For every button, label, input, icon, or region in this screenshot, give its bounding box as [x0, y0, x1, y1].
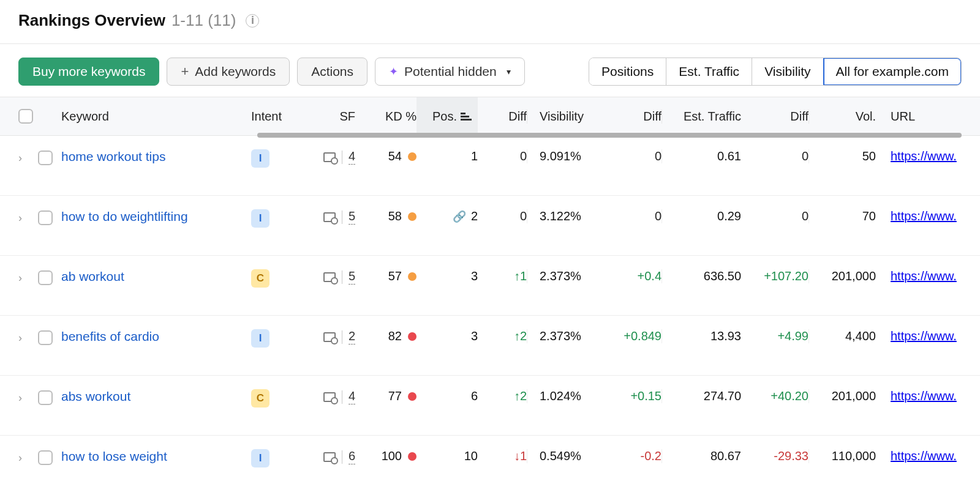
table-header: Keyword Intent SF KD % Pos. Diff Visibil…: [0, 97, 980, 136]
visibility-diff: +0.15: [612, 389, 662, 403]
expand-row-icon[interactable]: ›: [18, 329, 38, 344]
tab-positions[interactable]: Positions: [589, 58, 666, 85]
keyword-link[interactable]: abs workout: [61, 389, 130, 403]
expand-row-icon[interactable]: ›: [18, 149, 38, 165]
tab-all-for-domain[interactable]: All for example.com: [823, 58, 962, 86]
serp-features-icon[interactable]: [323, 212, 336, 222]
sf-count: 2: [349, 329, 355, 344]
keyword-link[interactable]: home workout tips: [61, 149, 165, 163]
table-row: ›benefits of cardioI2823↑22.373%+0.84913…: [0, 316, 980, 376]
vol-value: 110,000: [809, 449, 876, 463]
vol-value: 201,000: [809, 269, 876, 283]
table-row: ›ab workoutC5573↑12.373%+0.4636.50+107.2…: [0, 256, 980, 316]
page-range: 1-11 (11): [172, 11, 236, 30]
table-row: ›home workout tipsI454109.091%00.61050ht…: [0, 136, 980, 196]
col-pos[interactable]: Pos.: [417, 97, 478, 135]
buy-keywords-button[interactable]: Buy more keywords: [18, 58, 159, 86]
col-intent[interactable]: Intent: [251, 110, 306, 124]
sf-count: 5: [349, 209, 355, 225]
view-segment-control: Positions Est. Traffic Visibility All fo…: [589, 58, 962, 86]
keyword-link[interactable]: how to lose weight: [61, 449, 167, 463]
serp-features-icon[interactable]: [323, 392, 336, 402]
visibility-diff: 0: [612, 209, 662, 223]
select-all-checkbox[interactable]: [18, 109, 33, 124]
row-checkbox[interactable]: [38, 330, 53, 345]
sf-count: 5: [349, 269, 355, 285]
buy-keywords-label: Buy more keywords: [32, 64, 145, 79]
col-diff-vis[interactable]: Diff: [612, 110, 662, 124]
col-kd[interactable]: KD %: [355, 110, 417, 124]
expand-row-icon[interactable]: ›: [18, 389, 38, 404]
row-checkbox[interactable]: [38, 270, 53, 285]
pos-value: 10: [464, 449, 478, 463]
serp-features-icon[interactable]: [323, 152, 336, 162]
traffic-value: 636.50: [662, 269, 741, 283]
col-vol[interactable]: Vol.: [809, 110, 876, 124]
kd-dot-icon: [408, 332, 417, 341]
keyword-link[interactable]: ab workout: [61, 269, 124, 283]
kd-dot-icon: [408, 152, 417, 161]
url-link[interactable]: https://www.: [891, 269, 957, 283]
col-url[interactable]: URL: [876, 110, 962, 124]
kd-dot-icon: [408, 392, 417, 401]
serp-features-icon[interactable]: [323, 452, 336, 462]
visibility-diff: -0.2: [612, 449, 662, 463]
vol-value: 4,400: [809, 329, 876, 343]
toolbar: Buy more keywords + Add keywords Actions…: [0, 44, 980, 97]
kd-value: 57: [388, 269, 402, 283]
sf-count: 4: [349, 389, 355, 404]
row-checkbox[interactable]: [38, 450, 53, 465]
traffic-value: 274.70: [662, 389, 741, 403]
kd-value: 77: [388, 389, 402, 403]
col-traffic[interactable]: Est. Traffic: [662, 110, 741, 124]
col-diff-pos[interactable]: Diff: [478, 110, 527, 124]
visibility-value: 9.091%: [527, 149, 612, 163]
traffic-value: 13.93: [662, 329, 741, 343]
col-sf[interactable]: SF: [306, 110, 355, 124]
col-keyword[interactable]: Keyword: [61, 110, 251, 124]
keyword-link[interactable]: how to do weightlifting: [61, 209, 188, 223]
visibility-value: 1.024%: [527, 389, 612, 403]
url-link[interactable]: https://www.: [891, 149, 957, 163]
actions-button[interactable]: Actions: [297, 58, 368, 86]
row-checkbox[interactable]: [38, 151, 53, 165]
kd-value: 58: [388, 209, 402, 223]
link-icon: 🔗: [453, 210, 466, 223]
info-icon[interactable]: i: [246, 14, 259, 28]
serp-features-icon[interactable]: [323, 272, 336, 282]
url-link[interactable]: https://www.: [891, 329, 957, 343]
row-checkbox[interactable]: [38, 390, 53, 405]
traffic-diff: 0: [741, 209, 809, 223]
url-link[interactable]: https://www.: [891, 449, 957, 463]
visibility-value: 2.373%: [527, 329, 612, 343]
intent-badge: I: [251, 329, 270, 348]
tab-est-traffic[interactable]: Est. Traffic: [666, 58, 752, 85]
url-link[interactable]: https://www.: [891, 209, 957, 223]
col-diff-traffic[interactable]: Diff: [741, 110, 809, 124]
sf-count: 6: [349, 449, 355, 464]
visibility-diff: +0.849: [612, 329, 662, 343]
row-checkbox[interactable]: [38, 210, 53, 225]
tab-visibility[interactable]: Visibility: [752, 58, 823, 85]
url-link[interactable]: https://www.: [891, 389, 957, 403]
keyword-link[interactable]: benefits of cardio: [61, 329, 159, 343]
serp-features-icon[interactable]: [323, 332, 336, 342]
kd-dot-icon: [408, 452, 417, 461]
expand-row-icon[interactable]: ›: [18, 449, 38, 464]
potential-hidden-label: Potential hidden: [404, 64, 497, 79]
vol-value: 201,000: [809, 389, 876, 403]
vol-value: 70: [809, 209, 876, 223]
expand-row-icon[interactable]: ›: [18, 209, 38, 225]
page-header: Rankings Overview 1-11 (11) i: [0, 0, 980, 44]
pos-value: 1: [471, 149, 478, 163]
intent-badge: C: [251, 389, 270, 408]
traffic-value: 0.29: [662, 209, 741, 223]
page-title: Rankings Overview: [18, 11, 165, 30]
expand-row-icon[interactable]: ›: [18, 269, 38, 285]
potential-hidden-dropdown[interactable]: ✦ Potential hidden ▾: [375, 58, 525, 86]
pos-diff: 0: [478, 149, 527, 163]
col-visibility[interactable]: Visibility: [527, 110, 612, 124]
traffic-diff: +4.99: [741, 329, 809, 343]
visibility-value: 3.122%: [527, 209, 612, 223]
add-keywords-button[interactable]: + Add keywords: [167, 58, 290, 86]
